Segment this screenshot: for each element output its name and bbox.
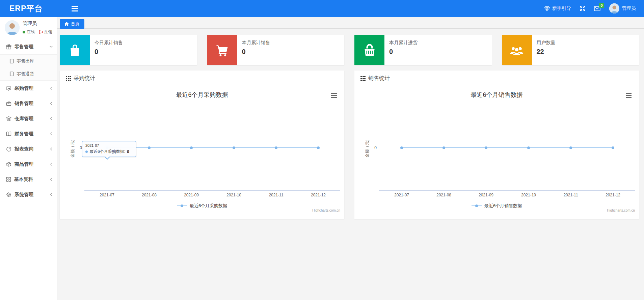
- topbar-right: 新手引导 0 管理员: [544, 3, 644, 13]
- sales-chart: 最近6个月销售数据 金额（元） 0 2021-07 2021-08 2021-0…: [354, 84, 639, 219]
- x-axis-label: 2021-08: [436, 193, 451, 197]
- grid-icon: [6, 177, 11, 182]
- card-month-purchases[interactable]: 本月累计进货 0: [354, 35, 492, 65]
- fullscreen-button[interactable]: [580, 6, 585, 11]
- home-icon: [64, 22, 69, 26]
- x-axis-label: 2021-07: [100, 193, 114, 197]
- data-point[interactable]: [612, 146, 614, 149]
- x-axis-label: 2021-09: [479, 193, 493, 197]
- sidebar-item-goods[interactable]: 商品管理: [0, 157, 57, 172]
- data-point[interactable]: [400, 146, 403, 149]
- highcharts-credits-link[interactable]: Highcharts.com.cn: [312, 209, 340, 212]
- panel-title: 采购统计: [74, 75, 95, 82]
- tab-home[interactable]: 首页: [60, 19, 84, 29]
- chevron-left-icon: [49, 162, 53, 166]
- series-line[interactable]: [107, 147, 318, 148]
- main-content: 首页 今日累计销售 0 本月累计: [57, 17, 644, 300]
- sidebar-item-label: 零售管理: [15, 44, 33, 50]
- logout-button[interactable]: 注销: [39, 29, 52, 35]
- data-point[interactable]: [275, 146, 277, 149]
- guide-button[interactable]: 新手引导: [544, 5, 571, 11]
- panel-title: 销售统计: [368, 75, 390, 82]
- legend-item[interactable]: 最近6个月采购数据: [60, 203, 344, 209]
- chevron-left-icon: [49, 132, 53, 136]
- online-status-label: 在线: [27, 29, 35, 35]
- data-point[interactable]: [190, 146, 193, 149]
- highcharts-credits-link[interactable]: Highcharts.com.cn: [607, 209, 635, 212]
- card-value: 22: [537, 48, 556, 56]
- chart-context-menu-button[interactable]: [626, 93, 632, 98]
- data-point[interactable]: [148, 146, 151, 149]
- chevron-left-icon: [49, 147, 53, 151]
- legend-line-marker-icon: [177, 206, 187, 206]
- sidebar-user-avatar: [5, 20, 20, 35]
- series-marker-icon: [85, 151, 88, 153]
- data-point[interactable]: [233, 146, 235, 149]
- card-user-count[interactable]: 用户数量 22: [502, 35, 639, 65]
- tab-home-label: 首页: [71, 21, 80, 27]
- grid-icon: [66, 76, 71, 81]
- sidebar-item-retail-outbound[interactable]: 零售出库: [0, 55, 57, 67]
- panel-header: 销售统计: [354, 71, 639, 82]
- sidebar-item-reports[interactable]: 报表查询: [0, 141, 57, 157]
- chart-tooltip: 2021-07 最近6个月采购数据: 0: [82, 141, 136, 157]
- sidebar-item-sales[interactable]: 销售管理: [0, 96, 57, 111]
- grid-icon: [360, 76, 366, 81]
- y-axis-title: 金额（元）: [365, 144, 370, 158]
- data-point[interactable]: [485, 146, 487, 149]
- x-axis-line: [379, 190, 635, 191]
- x-axis-label: 2021-11: [563, 193, 578, 197]
- tooltip-series-label: 最近6个月采购数据:: [89, 149, 125, 155]
- legend-label: 最近6个月销售数据: [484, 203, 522, 209]
- user-avatar: [609, 3, 619, 13]
- chart-context-menu-button[interactable]: [331, 93, 337, 98]
- basket-icon: [354, 35, 384, 65]
- data-point[interactable]: [317, 146, 320, 149]
- card-value: 0: [389, 48, 418, 56]
- purchase-chart: 最近6个月采购数据 金额（元） 0 2021-07 2021-08 2021-0…: [60, 84, 344, 219]
- series-line[interactable]: [402, 147, 613, 148]
- messages-button[interactable]: 0: [594, 6, 600, 11]
- document-icon: [9, 59, 14, 63]
- sidebar-submenu-retail: 零售出库 零售退货: [0, 54, 57, 81]
- x-axis-label: 2021-10: [226, 193, 241, 197]
- chevron-down-icon: [49, 45, 53, 49]
- briefcase-icon: [6, 101, 11, 106]
- x-axis-label: 2021-07: [394, 193, 409, 197]
- card-today-sales[interactable]: 今日累计销售 0: [60, 35, 197, 65]
- x-axis-label: 2021-12: [311, 193, 326, 197]
- legend-item[interactable]: 最近6个月销售数据: [354, 203, 639, 209]
- users-icon: [502, 35, 532, 65]
- document-icon: [9, 72, 14, 76]
- sidebar-item-warehouse[interactable]: 仓库管理: [0, 111, 57, 126]
- card-value: 0: [95, 48, 123, 56]
- package-icon: [6, 162, 11, 167]
- top-bar: ERP平台 新手引导 0: [0, 0, 644, 17]
- chart-panels-row: 采购统计 最近6个月采购数据 金额（元） 0 2021-07 2021-08: [57, 65, 644, 219]
- app-logo[interactable]: ERP平台: [0, 3, 48, 14]
- tooltip-category: 2021-07: [85, 143, 133, 147]
- sidebar-item-retail-return[interactable]: 零售退货: [0, 67, 57, 80]
- sidebar-item-retail[interactable]: 零售管理: [0, 39, 57, 54]
- x-axis-line: [84, 190, 340, 191]
- sidebar-item-basic-data[interactable]: 基本资料: [0, 172, 57, 187]
- chart-title: 最近6个月采购数据: [60, 91, 344, 99]
- data-point[interactable]: [442, 146, 445, 149]
- sidebar-toggle-icon[interactable]: [72, 6, 78, 11]
- tooltip-arrow-fill: [105, 156, 110, 159]
- logout-icon: [39, 30, 43, 34]
- card-month-sales[interactable]: 本月累计销售 0: [207, 35, 345, 65]
- sidebar-item-finance[interactable]: 财务管理: [0, 126, 57, 141]
- sidebar-item-system[interactable]: 系统管理: [0, 187, 57, 202]
- data-point[interactable]: [569, 146, 572, 149]
- sidebar-menu: 零售管理 零售出库 零售退货: [0, 39, 57, 202]
- user-menu[interactable]: 管理员: [609, 3, 636, 13]
- book-icon: [6, 131, 11, 136]
- chevron-left-icon: [49, 117, 53, 120]
- x-axis-label: 2021-08: [142, 193, 157, 197]
- chevron-left-icon: [49, 178, 53, 181]
- sidebar-item-purchase[interactable]: 采购管理: [0, 81, 57, 96]
- data-point[interactable]: [527, 146, 530, 149]
- tab-bar: 首页: [57, 17, 644, 29]
- cart-icon: [207, 35, 237, 65]
